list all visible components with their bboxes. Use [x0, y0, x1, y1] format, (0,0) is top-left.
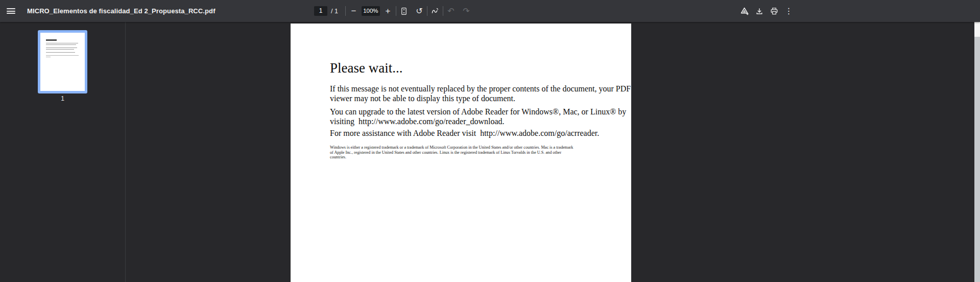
thumbnail-page-preview [40, 33, 85, 91]
annotate-button[interactable] [427, 0, 443, 22]
menu-button[interactable] [0, 0, 22, 22]
pdf-toolbar: MICRO_Elementos de fiscalidad_Ed 2_Propu… [0, 0, 980, 22]
rotate-button[interactable]: ↺ [412, 0, 427, 22]
pdf-page: Please wait... If this message is not ev… [291, 24, 631, 282]
paragraph-1: If this message is not eventually replac… [330, 84, 631, 103]
paragraph-3: For more assistance with Adobe Reader vi… [330, 129, 599, 138]
page-count-label: / 1 [331, 8, 338, 15]
open-in-acrobat-button[interactable] [737, 0, 752, 22]
document-title: MICRO_Elementos de fiscalidad_Ed 2_Propu… [27, 7, 216, 15]
redo-icon: ↷ [463, 7, 469, 15]
scrollbar-thumb[interactable] [974, 22, 980, 37]
pen-icon [431, 7, 439, 15]
page-thumbnail[interactable] [38, 30, 87, 93]
undo-icon: ↶ [447, 7, 454, 15]
fine-print: Windows is either a registered trademark… [330, 145, 573, 160]
minus-icon: − [351, 7, 356, 15]
thumbnail-page-label: 1 [38, 95, 87, 102]
plus-icon: + [385, 7, 390, 15]
hamburger-icon [7, 8, 15, 14]
download-icon [755, 7, 763, 15]
vertical-scrollbar[interactable] [974, 22, 980, 282]
thumbnail-sidebar: 1 [0, 22, 125, 282]
undo-button[interactable]: ↶ [443, 0, 459, 22]
print-icon [770, 7, 778, 15]
fit-page-button[interactable] [396, 0, 412, 22]
acrobat-icon [740, 7, 749, 15]
please-wait-heading: Please wait... [330, 60, 402, 76]
zoom-out-button[interactable]: − [346, 0, 362, 22]
paragraph-2: You can upgrade to the latest version of… [330, 107, 626, 126]
redo-button[interactable]: ↷ [459, 0, 474, 22]
zoom-in-button[interactable]: + [380, 0, 396, 22]
toolbar-left-section: MICRO_Elementos de fiscalidad_Ed 2_Propu… [0, 0, 216, 22]
toolbar-center-section: 1 / 1 − 100% + ↺ [314, 0, 474, 22]
more-options-button[interactable]: ⋮ [781, 0, 796, 22]
thumbnail-text-lines [46, 39, 79, 58]
pdf-viewer-window: MICRO_Elementos de fiscalidad_Ed 2_Propu… [0, 0, 980, 282]
sidebar-divider [125, 22, 126, 282]
toolbar-right-section: ⋮ [737, 0, 796, 22]
zoom-level[interactable]: 100% [362, 6, 380, 16]
print-button[interactable] [767, 0, 781, 22]
page-number-input[interactable]: 1 [314, 6, 327, 16]
download-button[interactable] [752, 0, 767, 22]
kebab-menu-icon: ⋮ [785, 6, 793, 16]
rotate-ccw-icon: ↺ [416, 7, 422, 15]
fit-page-icon [400, 7, 408, 15]
